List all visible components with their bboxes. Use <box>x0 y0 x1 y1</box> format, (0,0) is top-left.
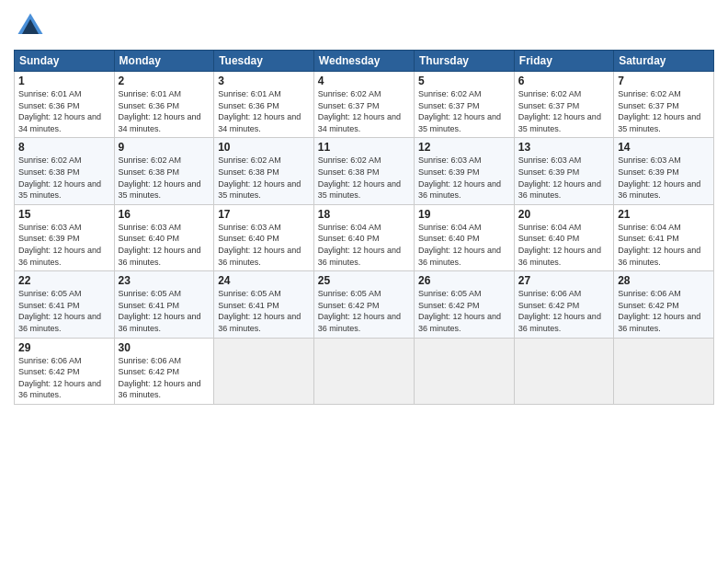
day-number: 14 <box>618 141 710 154</box>
day-info: Sunrise: 6:06 AM Sunset: 6:42 PM Dayligh… <box>518 288 609 334</box>
day-header-thursday: Thursday <box>415 51 515 72</box>
day-info: Sunrise: 6:04 AM Sunset: 6:40 PM Dayligh… <box>318 222 410 268</box>
day-number: 7 <box>618 75 710 87</box>
calendar-week-3: 15 Sunrise: 6:03 AM Sunset: 6:39 PM Dayl… <box>15 204 714 270</box>
calendar-cell: 4 Sunrise: 6:02 AM Sunset: 6:37 PM Dayli… <box>313 72 414 138</box>
calendar-cell: 19 Sunrise: 6:04 AM Sunset: 6:40 PM Dayl… <box>415 204 515 270</box>
calendar-cell: 26 Sunrise: 6:05 AM Sunset: 6:42 PM Dayl… <box>415 271 515 338</box>
day-number: 10 <box>218 141 310 154</box>
day-number: 12 <box>418 141 510 154</box>
day-info: Sunrise: 6:06 AM Sunset: 6:42 PM Dayligh… <box>18 355 110 401</box>
day-info: Sunrise: 6:02 AM Sunset: 6:37 PM Dayligh… <box>518 88 609 134</box>
day-info: Sunrise: 6:05 AM Sunset: 6:42 PM Dayligh… <box>318 288 410 334</box>
day-info: Sunrise: 6:06 AM Sunset: 6:42 PM Dayligh… <box>119 355 210 401</box>
day-number: 3 <box>218 75 310 87</box>
calendar-cell: 15 Sunrise: 6:03 AM Sunset: 6:39 PM Dayl… <box>15 204 115 270</box>
day-number: 20 <box>518 208 609 221</box>
calendar-table: SundayMondayTuesdayWednesdayThursdayFrid… <box>14 50 714 405</box>
day-info: Sunrise: 6:02 AM Sunset: 6:38 PM Dayligh… <box>318 155 410 201</box>
calendar-cell: 11 Sunrise: 6:02 AM Sunset: 6:38 PM Dayl… <box>313 138 414 204</box>
day-number: 6 <box>518 75 609 87</box>
calendar-cell: 22 Sunrise: 6:05 AM Sunset: 6:41 PM Dayl… <box>15 271 115 338</box>
day-info: Sunrise: 6:03 AM Sunset: 6:39 PM Dayligh… <box>18 222 110 268</box>
calendar-cell: 29 Sunrise: 6:06 AM Sunset: 6:42 PM Dayl… <box>15 338 115 404</box>
day-number: 28 <box>618 274 710 287</box>
calendar-cell: 21 Sunrise: 6:04 AM Sunset: 6:41 PM Dayl… <box>614 204 714 270</box>
calendar-cell: 2 Sunrise: 6:01 AM Sunset: 6:36 PM Dayli… <box>114 72 214 138</box>
day-info: Sunrise: 6:02 AM Sunset: 6:37 PM Dayligh… <box>318 88 410 134</box>
calendar-cell <box>614 338 714 404</box>
page: SundayMondayTuesdayWednesdayThursdayFrid… <box>0 0 728 563</box>
day-header-sunday: Sunday <box>15 51 115 72</box>
day-info: Sunrise: 6:06 AM Sunset: 6:42 PM Dayligh… <box>618 288 710 334</box>
calendar-week-1: 1 Sunrise: 6:01 AM Sunset: 6:36 PM Dayli… <box>15 72 714 138</box>
day-number: 26 <box>418 274 510 287</box>
calendar-cell: 6 Sunrise: 6:02 AM Sunset: 6:37 PM Dayli… <box>514 72 613 138</box>
calendar-cell: 23 Sunrise: 6:05 AM Sunset: 6:41 PM Dayl… <box>114 271 214 338</box>
day-info: Sunrise: 6:02 AM Sunset: 6:37 PM Dayligh… <box>618 88 710 134</box>
day-header-tuesday: Tuesday <box>214 51 314 72</box>
day-number: 17 <box>218 208 310 221</box>
calendar-week-5: 29 Sunrise: 6:06 AM Sunset: 6:42 PM Dayl… <box>15 338 714 404</box>
day-number: 4 <box>318 75 410 87</box>
calendar-cell: 30 Sunrise: 6:06 AM Sunset: 6:42 PM Dayl… <box>114 338 214 404</box>
calendar-cell: 17 Sunrise: 6:03 AM Sunset: 6:40 PM Dayl… <box>214 204 314 270</box>
day-info: Sunrise: 6:05 AM Sunset: 6:41 PM Dayligh… <box>218 288 310 334</box>
calendar-week-4: 22 Sunrise: 6:05 AM Sunset: 6:41 PM Dayl… <box>15 271 714 338</box>
day-info: Sunrise: 6:03 AM Sunset: 6:39 PM Dayligh… <box>618 155 710 201</box>
header <box>14 9 714 42</box>
calendar-cell: 9 Sunrise: 6:02 AM Sunset: 6:38 PM Dayli… <box>114 138 214 204</box>
calendar-cell: 28 Sunrise: 6:06 AM Sunset: 6:42 PM Dayl… <box>614 271 714 338</box>
calendar-cell: 1 Sunrise: 6:01 AM Sunset: 6:36 PM Dayli… <box>15 72 115 138</box>
calendar-cell: 25 Sunrise: 6:05 AM Sunset: 6:42 PM Dayl… <box>313 271 414 338</box>
day-number: 9 <box>119 141 210 154</box>
day-number: 1 <box>18 75 110 87</box>
calendar-cell: 7 Sunrise: 6:02 AM Sunset: 6:37 PM Dayli… <box>614 72 714 138</box>
day-number: 24 <box>218 274 310 287</box>
calendar-cell: 13 Sunrise: 6:03 AM Sunset: 6:39 PM Dayl… <box>514 138 613 204</box>
day-header-wednesday: Wednesday <box>313 51 414 72</box>
day-number: 16 <box>119 208 210 221</box>
calendar-cell: 8 Sunrise: 6:02 AM Sunset: 6:38 PM Dayli… <box>15 138 115 204</box>
day-header-friday: Friday <box>514 51 613 72</box>
calendar-cell <box>313 338 414 404</box>
day-number: 30 <box>119 341 210 354</box>
day-header-monday: Monday <box>114 51 214 72</box>
day-number: 11 <box>318 141 410 154</box>
day-number: 13 <box>518 141 609 154</box>
day-info: Sunrise: 6:05 AM Sunset: 6:41 PM Dayligh… <box>18 288 110 334</box>
day-number: 15 <box>18 208 110 221</box>
day-header-saturday: Saturday <box>614 51 714 72</box>
calendar-header-row: SundayMondayTuesdayWednesdayThursdayFrid… <box>15 51 714 72</box>
logo-icon <box>14 9 47 42</box>
calendar-cell <box>415 338 515 404</box>
day-info: Sunrise: 6:02 AM Sunset: 6:38 PM Dayligh… <box>218 155 310 201</box>
calendar-cell: 10 Sunrise: 6:02 AM Sunset: 6:38 PM Dayl… <box>214 138 314 204</box>
day-number: 8 <box>18 141 110 154</box>
day-info: Sunrise: 6:03 AM Sunset: 6:39 PM Dayligh… <box>418 155 510 201</box>
day-number: 18 <box>318 208 410 221</box>
day-number: 27 <box>518 274 609 287</box>
calendar-cell <box>514 338 613 404</box>
day-info: Sunrise: 6:05 AM Sunset: 6:41 PM Dayligh… <box>119 288 210 334</box>
day-number: 25 <box>318 274 410 287</box>
calendar-cell <box>214 338 314 404</box>
day-number: 5 <box>418 75 510 87</box>
day-info: Sunrise: 6:02 AM Sunset: 6:38 PM Dayligh… <box>119 155 210 201</box>
day-number: 29 <box>18 341 110 354</box>
day-info: Sunrise: 6:04 AM Sunset: 6:40 PM Dayligh… <box>518 222 609 268</box>
calendar-cell: 16 Sunrise: 6:03 AM Sunset: 6:40 PM Dayl… <box>114 204 214 270</box>
day-info: Sunrise: 6:01 AM Sunset: 6:36 PM Dayligh… <box>119 88 210 134</box>
calendar-cell: 3 Sunrise: 6:01 AM Sunset: 6:36 PM Dayli… <box>214 72 314 138</box>
day-info: Sunrise: 6:04 AM Sunset: 6:40 PM Dayligh… <box>418 222 510 268</box>
calendar-cell: 14 Sunrise: 6:03 AM Sunset: 6:39 PM Dayl… <box>614 138 714 204</box>
day-info: Sunrise: 6:01 AM Sunset: 6:36 PM Dayligh… <box>18 88 110 134</box>
logo <box>14 9 51 42</box>
calendar-cell: 5 Sunrise: 6:02 AM Sunset: 6:37 PM Dayli… <box>415 72 515 138</box>
day-info: Sunrise: 6:02 AM Sunset: 6:37 PM Dayligh… <box>418 88 510 134</box>
calendar-cell: 20 Sunrise: 6:04 AM Sunset: 6:40 PM Dayl… <box>514 204 613 270</box>
day-info: Sunrise: 6:03 AM Sunset: 6:40 PM Dayligh… <box>218 222 310 268</box>
day-number: 19 <box>418 208 510 221</box>
calendar-body: 1 Sunrise: 6:01 AM Sunset: 6:36 PM Dayli… <box>15 72 714 405</box>
day-info: Sunrise: 6:05 AM Sunset: 6:42 PM Dayligh… <box>418 288 510 334</box>
